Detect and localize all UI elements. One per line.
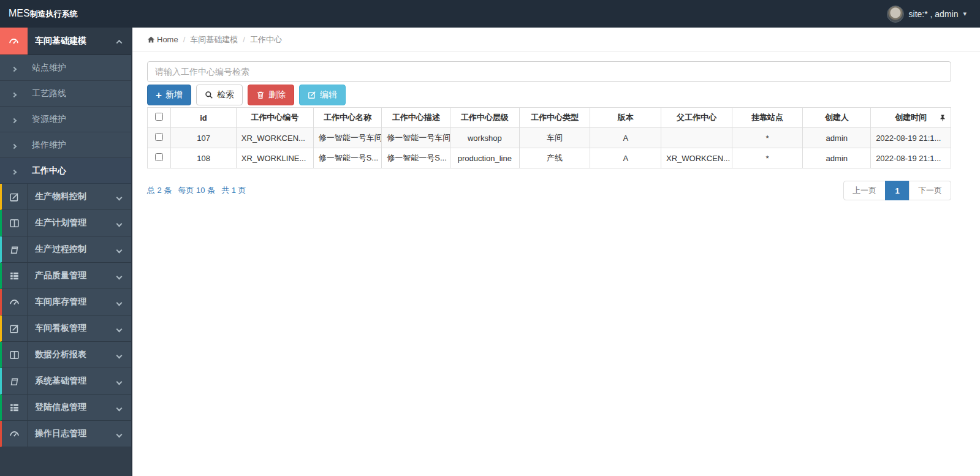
- table-row[interactable]: 108 XR_WORKLINE... 修一智能一号S... 修一智能一号S...…: [148, 148, 951, 168]
- cell-level: production_line: [450, 148, 519, 168]
- sidebar-item-process-route[interactable]: 工艺路线: [0, 81, 131, 107]
- cell-creator: admin: [803, 148, 871, 168]
- cell-created: 2022-08-19 21:1...: [871, 128, 951, 148]
- sidebar-item-workshop-modeling[interactable]: 车间基础建模: [0, 28, 131, 55]
- sidebar-subitem-label: 工艺路线: [32, 88, 66, 99]
- cell-id: 107: [171, 128, 237, 148]
- list-icon: [2, 263, 28, 289]
- sidebar-item-operation-log-management[interactable]: 操作日志管理: [0, 421, 131, 447]
- sidebar-item-resource-maintenance[interactable]: 资源维护: [0, 107, 131, 132]
- sidebar-subitem-label: 站点维护: [32, 62, 66, 74]
- pagination-page-count[interactable]: 共 1 页: [221, 185, 246, 196]
- edit-square-icon: [308, 91, 316, 99]
- user-menu[interactable]: site:* , admin ▾: [887, 6, 980, 23]
- chevron-right-icon: [12, 140, 16, 150]
- cell-created: 2022-08-19 21:1...: [871, 148, 951, 168]
- sidebar-item-quality-management[interactable]: 产品质量管理: [0, 263, 131, 289]
- pagination-row: 总 2 条 每页 10 条 共 1 页 上一页 1 下一页: [147, 181, 951, 200]
- sidebar-subitem-label: 操作维护: [32, 140, 66, 151]
- chevron-down-icon: [117, 297, 131, 307]
- breadcrumb-item-page: 工作中心: [250, 34, 282, 45]
- breadcrumb-item-module[interactable]: 车间基础建模: [190, 34, 238, 45]
- column-header-level[interactable]: 工作中心层级: [450, 108, 519, 128]
- sidebar-item-kanban-management[interactable]: 车间看板管理: [0, 315, 131, 342]
- sidebar-item-label: 生产物料控制: [28, 191, 117, 202]
- columns-icon: [2, 210, 28, 236]
- select-all-checkbox[interactable]: [155, 113, 163, 121]
- sidebar-subitem-label: 工作中心: [32, 165, 66, 176]
- sidebar-item-process-control[interactable]: 生产过程控制: [0, 236, 131, 263]
- sidebar-item-plan-management[interactable]: 生产计划管理: [0, 210, 131, 236]
- cell-station: *: [732, 128, 803, 148]
- topbar: MESMES制造执行系统 site:* , admin ▾: [0, 0, 980, 28]
- sidebar-item-data-analysis-report[interactable]: 数据分析报表: [0, 342, 131, 368]
- cell-id: 108: [171, 148, 237, 168]
- column-header-created-label: 创建时间: [895, 113, 927, 122]
- cell-desc: 修一智能一号S...: [382, 148, 450, 168]
- sidebar-item-login-info-management[interactable]: 登陆信息管理: [0, 395, 131, 421]
- page-1-button[interactable]: 1: [885, 181, 910, 200]
- column-header-id[interactable]: id: [171, 108, 237, 128]
- search-button[interactable]: 检索: [196, 85, 243, 105]
- pagination-controls: 上一页 1 下一页: [843, 181, 951, 200]
- sidebar-item-label: 产品质量管理: [28, 270, 117, 281]
- sidebar-item-label: 车间看板管理: [28, 323, 117, 334]
- table-row[interactable]: 107 XR_WORKCEN... 修一智能一号车间 修一智能一号车间 work…: [148, 128, 951, 148]
- delete-button[interactable]: 删除: [248, 85, 294, 105]
- plus-icon: +: [156, 90, 162, 100]
- cell-version: A: [590, 148, 661, 168]
- search-icon: [205, 91, 213, 99]
- search-input[interactable]: [147, 61, 951, 82]
- column-header-creator[interactable]: 创建人: [803, 108, 871, 128]
- chevron-up-icon: [117, 36, 131, 46]
- pin-icon[interactable]: [939, 114, 946, 121]
- next-page-button[interactable]: 下一页: [909, 181, 951, 200]
- add-button[interactable]: + 新增: [147, 85, 191, 105]
- sidebar-item-material-control[interactable]: 生产物料控制: [0, 184, 131, 210]
- column-header-station[interactable]: 挂靠站点: [732, 108, 803, 128]
- chevron-down-icon: [117, 218, 131, 228]
- cell-level: workshop: [450, 128, 519, 148]
- app-logo[interactable]: MESMES制造执行系统: [0, 8, 78, 20]
- column-header-type[interactable]: 工作中心类型: [519, 108, 590, 128]
- chevron-down-icon: [117, 271, 131, 281]
- column-header-code[interactable]: 工作中心编号: [236, 108, 313, 128]
- row-checkbox[interactable]: [155, 133, 163, 141]
- dashboard-icon: [0, 28, 28, 55]
- chevron-down-icon: [117, 429, 131, 439]
- cell-name: 修一智能一号S...: [313, 148, 382, 168]
- chevron-right-icon: [12, 63, 16, 73]
- edit-button[interactable]: 编辑: [299, 85, 346, 105]
- sidebar-item-work-center[interactable]: 工作中心: [0, 158, 131, 184]
- cell-station: *: [732, 148, 803, 168]
- edit-icon: [2, 315, 28, 341]
- column-header-created[interactable]: 创建时间: [871, 108, 951, 128]
- delete-button-label: 删除: [268, 89, 286, 100]
- book-icon: [2, 368, 28, 394]
- row-checkbox[interactable]: [155, 153, 163, 161]
- sidebar-item-operation-maintenance[interactable]: 操作维护: [0, 132, 131, 158]
- select-all-cell: [148, 108, 171, 128]
- sidebar-item-label: 车间基础建模: [28, 36, 117, 47]
- chevron-down-icon: [117, 323, 131, 333]
- column-header-parent[interactable]: 父工作中心: [661, 108, 732, 128]
- column-header-version[interactable]: 版本: [590, 108, 661, 128]
- edit-button-label: 编辑: [320, 89, 337, 100]
- prev-page-button[interactable]: 上一页: [843, 181, 886, 200]
- work-center-table: id 工作中心编号 工作中心名称 工作中心描述 工作中心层级 工作中心类型 版本…: [147, 107, 951, 168]
- pagination-total[interactable]: 总 2 条: [147, 185, 172, 196]
- sidebar-item-label: 系统基础管理: [28, 376, 117, 387]
- chevron-right-icon: [12, 166, 16, 176]
- pagination-per-page[interactable]: 每页 10 条: [178, 185, 215, 196]
- column-header-desc[interactable]: 工作中心描述: [382, 108, 450, 128]
- main-content: Home / 车间基础建模 / 工作中心 + 新增 检索 删除 编辑: [132, 28, 980, 476]
- dashboard-icon: [2, 421, 28, 447]
- table-header-row: id 工作中心编号 工作中心名称 工作中心描述 工作中心层级 工作中心类型 版本…: [148, 108, 951, 128]
- chevron-down-icon: [117, 350, 131, 360]
- sidebar-item-inventory-management[interactable]: 车间库存管理: [0, 289, 131, 315]
- column-header-name[interactable]: 工作中心名称: [313, 108, 382, 128]
- breadcrumb-home-link[interactable]: Home: [147, 35, 178, 44]
- toolbar: + 新增 检索 删除 编辑: [147, 85, 951, 105]
- sidebar-item-system-base-management[interactable]: 系统基础管理: [0, 368, 131, 395]
- sidebar-item-station-maintenance[interactable]: 站点维护: [0, 55, 131, 81]
